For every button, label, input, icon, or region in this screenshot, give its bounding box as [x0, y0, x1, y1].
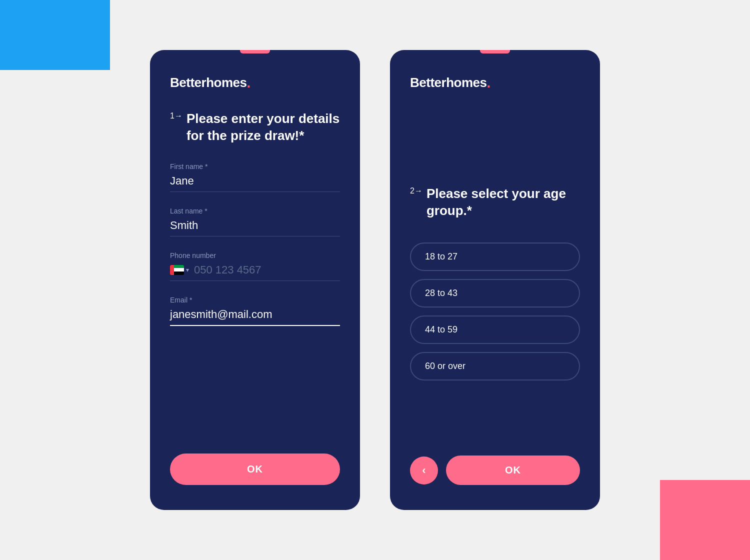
- firstname-label: First name *: [170, 162, 340, 170]
- logo: Betterhomes .: [170, 75, 340, 90]
- question-text-2: Please select your age group.*: [426, 186, 580, 220]
- ok-button-1[interactable]: OK: [170, 454, 340, 485]
- bottom-row: ‹ OK: [410, 456, 580, 485]
- age-option-2[interactable]: 44 to 59: [410, 316, 580, 344]
- logo-2: Betterhomes .: [410, 75, 580, 90]
- brand-name: Betterhomes: [170, 75, 246, 90]
- card-details: Betterhomes . 1→ Please enter your detai…: [150, 50, 360, 510]
- brand-dot-2: .: [486, 76, 490, 90]
- phone-row: ▾ 050 123 4567: [170, 264, 340, 281]
- ok-button-2[interactable]: OK: [446, 456, 580, 485]
- age-options: 18 to 27 28 to 43 44 to 59 60 or over: [410, 242, 580, 380]
- brand-dot: .: [246, 76, 250, 90]
- uae-flag: [170, 265, 184, 275]
- age-option-0[interactable]: 18 to 27: [410, 242, 580, 271]
- firstname-value[interactable]: Jane: [170, 174, 340, 192]
- question-block-2: 2→ Please select your age group.*: [410, 186, 580, 220]
- question-number-1: 1→: [170, 112, 182, 120]
- question-text-1: Please enter your details for the prize …: [186, 110, 340, 144]
- back-button[interactable]: ‹: [410, 456, 438, 484]
- card-age: Betterhomes . 2→ Please select your age …: [390, 50, 600, 510]
- lastname-value[interactable]: Smith: [170, 219, 340, 236]
- form-group-phone: Phone number: [170, 252, 340, 281]
- age-option-3[interactable]: 60 or over: [410, 352, 580, 380]
- phone-placeholder[interactable]: 050 123 4567: [194, 264, 262, 276]
- country-chevron-icon: ▾: [186, 266, 189, 274]
- form-group-firstname: First name * Jane: [170, 162, 340, 192]
- phone-label: Phone number: [170, 252, 340, 260]
- form-group-lastname: Last name * Smith: [170, 207, 340, 236]
- email-label: Email *: [170, 296, 340, 304]
- chevron-left-icon: ‹: [422, 464, 426, 477]
- age-option-1[interactable]: 28 to 43: [410, 279, 580, 308]
- lastname-label: Last name *: [170, 207, 340, 215]
- question-number-2: 2→: [410, 186, 422, 196]
- form-group-email: Email * janesmith@mail.com: [170, 296, 340, 326]
- question-block-1: 1→ Please enter your details for the pri…: [170, 110, 340, 144]
- country-selector[interactable]: ▾: [170, 265, 189, 275]
- page-wrapper: Betterhomes . 1→ Please enter your detai…: [0, 0, 750, 560]
- email-value[interactable]: janesmith@mail.com: [170, 308, 340, 326]
- brand-name-2: Betterhomes: [410, 75, 486, 90]
